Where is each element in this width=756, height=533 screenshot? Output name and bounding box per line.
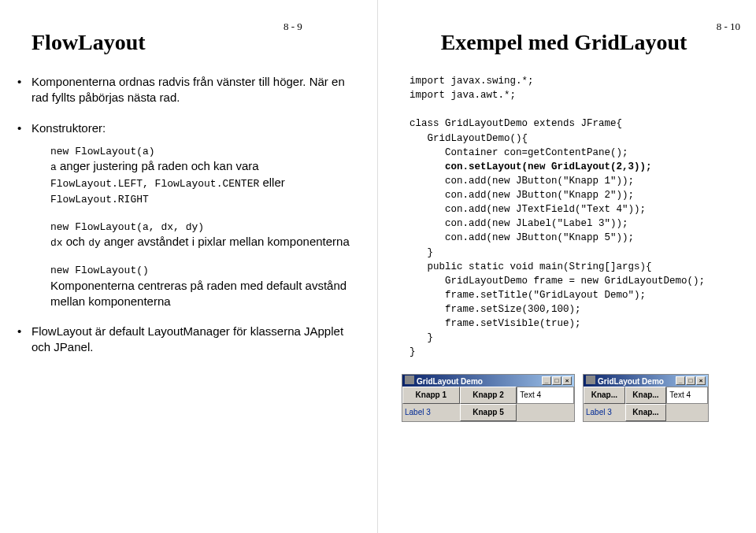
bullet-ordering: Komponenterna ordnas radvis från vänster… xyxy=(32,74,363,106)
code-listing: import javax.swing.*; import java.awt.*;… xyxy=(410,74,742,360)
slide-right: 8 - 10 Exempel med GridLayout import jav… xyxy=(378,0,756,533)
c2-och: och xyxy=(63,235,89,248)
titlebar-big: GridLayout Demo _ □ × xyxy=(402,375,574,387)
constructor-2: new FlowLayout(a, dx, dy) dx och dy ange… xyxy=(50,218,363,250)
win2-empty xyxy=(666,404,708,421)
c2-code: new FlowLayout(a, dx, dy) xyxy=(50,221,204,233)
win1-knapp5[interactable]: Knapp 5 xyxy=(460,404,517,421)
bullet-ordering-text: Komponenterna ordnas radvis från vänster… xyxy=(32,75,345,104)
c1-text-b: anger justering på raden och kan vara xyxy=(57,159,259,172)
minimize-icon[interactable]: _ xyxy=(542,376,551,385)
win2-text4[interactable]: Text 4 xyxy=(666,387,708,404)
c1-a: a xyxy=(50,161,57,173)
c1-code: new FlowLayout(a) xyxy=(50,146,155,157)
win1-title: GridLayout Demo xyxy=(417,377,483,386)
c3-text: Komponenterna centreras på raden med def… xyxy=(50,279,346,308)
c1-text-c: eller xyxy=(259,176,285,189)
close-icon[interactable]: × xyxy=(562,376,572,385)
win1-knapp2[interactable]: Knapp 2 xyxy=(460,387,517,404)
titlebar-small: GridLayout Demo _ □ × xyxy=(584,375,708,387)
window-previews: GridLayout Demo _ □ × Knapp 1 Knapp 2 Te… xyxy=(402,374,742,422)
win1-empty xyxy=(517,404,574,421)
window-big: GridLayout Demo _ □ × Knapp 1 Knapp 2 Te… xyxy=(402,374,575,422)
page-number-right: 8 - 10 xyxy=(717,20,740,33)
page-number-left: 8 - 9 xyxy=(284,20,302,33)
win1-text4[interactable]: Text 4 xyxy=(517,387,574,404)
win2-knapp5[interactable]: Knap... xyxy=(625,404,667,421)
constructor-1: new FlowLayout(a) a anger justering på r… xyxy=(50,143,363,207)
win2-label3: Label 3 xyxy=(584,404,625,421)
minimize-icon[interactable]: _ xyxy=(676,376,685,385)
win2-knapp1[interactable]: Knap... xyxy=(584,387,625,404)
constructor-3: new FlowLayout() Komponenterna centreras… xyxy=(50,261,363,309)
c1-code2: FlowLayout.LEFT, FlowLayout.CENTER xyxy=(50,178,259,190)
win1-knapp1[interactable]: Knapp 1 xyxy=(402,387,460,404)
win1-label3: Label 3 xyxy=(402,404,460,421)
c1-code3: FlowLayout.RIGHT xyxy=(50,194,149,205)
maximize-icon[interactable]: □ xyxy=(686,376,695,385)
bullet-default: FlowLayout är default LayoutManager för … xyxy=(32,324,363,356)
c2-dx: dx xyxy=(50,237,63,249)
close-icon[interactable]: × xyxy=(696,376,706,385)
bullet-constructors: Konstruktorer: new FlowLayout(a) a anger… xyxy=(32,120,363,310)
bullet-default-text: FlowLayout är default LayoutManager för … xyxy=(32,324,343,353)
window-small: GridLayout Demo _ □ × Knap... Knap... Te… xyxy=(583,374,709,422)
win2-title: GridLayout Demo xyxy=(598,377,664,386)
title-left: FlowLayout xyxy=(32,30,363,55)
win2-knapp2[interactable]: Knap... xyxy=(625,387,667,404)
title-right: Exempel med GridLayout xyxy=(386,30,742,55)
slide-left: 8 - 9 FlowLayout Komponenterna ordnas ra… xyxy=(0,0,378,533)
c2-rest: anger avståndet i pixlar mellan komponen… xyxy=(101,235,350,248)
constructors-label: Konstruktorer: xyxy=(32,121,106,135)
c2-dy: dy xyxy=(88,237,101,249)
c3-code: new FlowLayout() xyxy=(50,265,149,276)
app-icon xyxy=(405,376,414,384)
maximize-icon[interactable]: □ xyxy=(552,376,561,385)
app-icon xyxy=(586,376,595,384)
